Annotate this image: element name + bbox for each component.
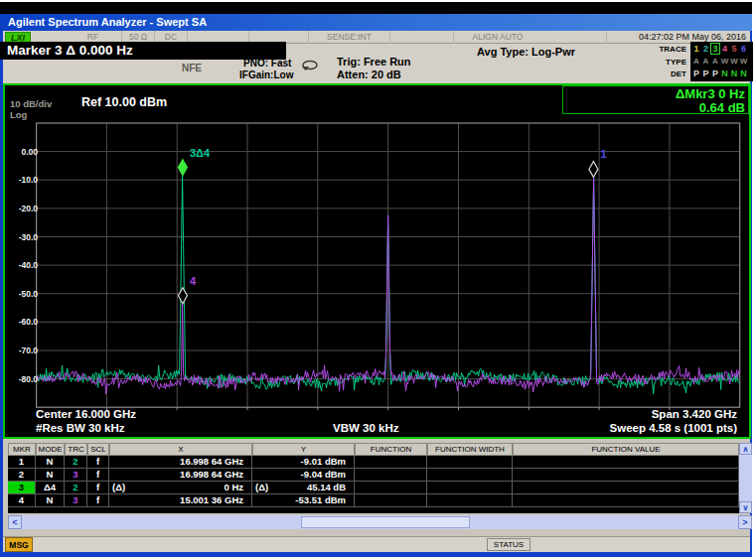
scale-per-div-readout[interactable]: 10 dB/div [10,98,52,109]
rbw-readout[interactable]: #Res BW 30 kHz [36,422,124,434]
y-axis-label: -40.0 [4,260,38,270]
marker-3Δ4-diamond[interactable] [178,160,187,176]
y-axis-label: -20.0 [4,204,38,213]
marker-1-diamond[interactable] [589,161,598,177]
marker-3Δ4-label: 3Δ4 [190,147,211,159]
sweep-readout[interactable]: Sweep 4.58 s (1001 pts) [610,422,737,434]
analyzer-window: Agilent Spectrum Analyzer - Swept SA LXI… [0,0,756,557]
scale-type-label[interactable]: Log [10,109,27,120]
y-axis-label: -30.0 [4,232,38,242]
center-freq-readout[interactable]: Center 16.000 GHz [36,408,136,420]
ref-level-readout[interactable]: Ref 10.00 dBm [81,95,167,109]
marker-4-diamond[interactable] [178,288,187,304]
y-axis-label: -50.0 [4,289,38,299]
delta-marker-ampl: 0.64 dB [563,101,745,115]
y-axis-label: -80.0 [4,374,38,384]
y-axis-label: -70.0 [4,346,38,355]
y-axis-label: 0.00 [4,147,38,157]
marker-4-label: 4 [190,275,197,287]
delta-marker-freq: ΔMkr3 0 Hz [563,87,745,101]
y-axis-label: -10.0 [4,175,38,185]
y-axis-label: -60.0 [4,317,38,327]
marker-1-label: 1 [600,148,606,160]
vbw-readout[interactable]: VBW 30 kHz [333,422,398,434]
delta-marker-readout[interactable]: ΔMkr3 0 Hz 0.64 dB [562,85,749,114]
spectrum-plot: 3Δ441 [0,0,756,557]
span-readout[interactable]: Span 3.420 GHz [652,408,737,420]
